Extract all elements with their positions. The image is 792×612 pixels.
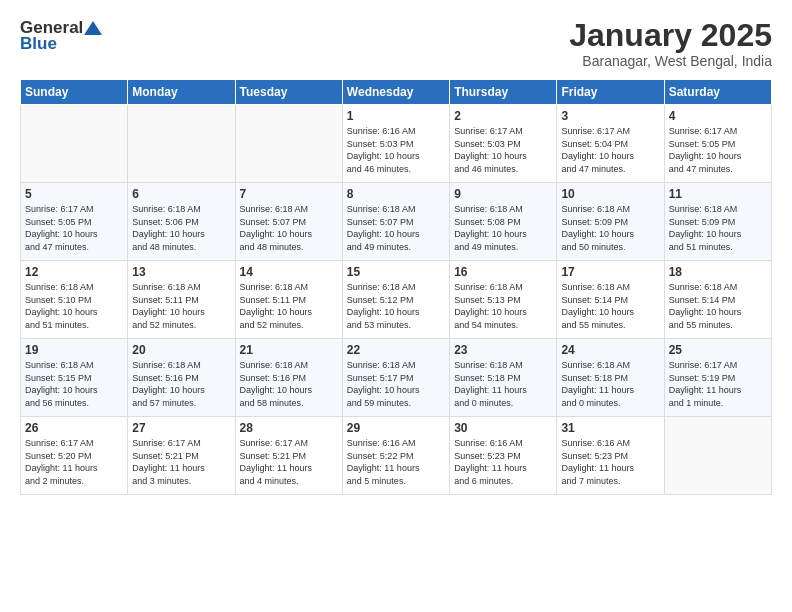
day-info: Sunrise: 6:18 AM Sunset: 5:16 PM Dayligh… [240, 359, 338, 409]
calendar-table: Sunday Monday Tuesday Wednesday Thursday… [20, 79, 772, 495]
day-info: Sunrise: 6:18 AM Sunset: 5:06 PM Dayligh… [132, 203, 230, 253]
day-info: Sunrise: 6:18 AM Sunset: 5:18 PM Dayligh… [454, 359, 552, 409]
calendar-body: 1Sunrise: 6:16 AM Sunset: 5:03 PM Daylig… [21, 105, 772, 495]
day-number: 1 [347, 109, 445, 123]
col-thursday: Thursday [450, 80, 557, 105]
day-cell: 21Sunrise: 6:18 AM Sunset: 5:16 PM Dayli… [235, 339, 342, 417]
day-cell [128, 105, 235, 183]
day-info: Sunrise: 6:16 AM Sunset: 5:03 PM Dayligh… [347, 125, 445, 175]
day-number: 24 [561, 343, 659, 357]
day-number: 11 [669, 187, 767, 201]
day-cell: 16Sunrise: 6:18 AM Sunset: 5:13 PM Dayli… [450, 261, 557, 339]
logo-icon [84, 19, 102, 37]
day-info: Sunrise: 6:17 AM Sunset: 5:03 PM Dayligh… [454, 125, 552, 175]
day-info: Sunrise: 6:17 AM Sunset: 5:21 PM Dayligh… [240, 437, 338, 487]
day-info: Sunrise: 6:18 AM Sunset: 5:14 PM Dayligh… [561, 281, 659, 331]
day-number: 16 [454, 265, 552, 279]
day-cell: 13Sunrise: 6:18 AM Sunset: 5:11 PM Dayli… [128, 261, 235, 339]
day-number: 26 [25, 421, 123, 435]
location: Baranagar, West Bengal, India [569, 53, 772, 69]
day-info: Sunrise: 6:16 AM Sunset: 5:23 PM Dayligh… [561, 437, 659, 487]
day-number: 29 [347, 421, 445, 435]
day-cell [235, 105, 342, 183]
day-info: Sunrise: 6:18 AM Sunset: 5:09 PM Dayligh… [561, 203, 659, 253]
day-cell: 14Sunrise: 6:18 AM Sunset: 5:11 PM Dayli… [235, 261, 342, 339]
day-cell: 6Sunrise: 6:18 AM Sunset: 5:06 PM Daylig… [128, 183, 235, 261]
day-number: 14 [240, 265, 338, 279]
day-number: 17 [561, 265, 659, 279]
svg-marker-0 [84, 21, 102, 35]
day-cell: 20Sunrise: 6:18 AM Sunset: 5:16 PM Dayli… [128, 339, 235, 417]
day-cell: 19Sunrise: 6:18 AM Sunset: 5:15 PM Dayli… [21, 339, 128, 417]
header: General Blue January 2025 Baranagar, Wes… [20, 18, 772, 69]
header-row: Sunday Monday Tuesday Wednesday Thursday… [21, 80, 772, 105]
col-sunday: Sunday [21, 80, 128, 105]
day-number: 8 [347, 187, 445, 201]
day-cell: 23Sunrise: 6:18 AM Sunset: 5:18 PM Dayli… [450, 339, 557, 417]
day-info: Sunrise: 6:16 AM Sunset: 5:22 PM Dayligh… [347, 437, 445, 487]
day-info: Sunrise: 6:18 AM Sunset: 5:09 PM Dayligh… [669, 203, 767, 253]
day-cell: 1Sunrise: 6:16 AM Sunset: 5:03 PM Daylig… [342, 105, 449, 183]
day-cell: 29Sunrise: 6:16 AM Sunset: 5:22 PM Dayli… [342, 417, 449, 495]
day-cell: 18Sunrise: 6:18 AM Sunset: 5:14 PM Dayli… [664, 261, 771, 339]
day-info: Sunrise: 6:16 AM Sunset: 5:23 PM Dayligh… [454, 437, 552, 487]
day-number: 9 [454, 187, 552, 201]
week-row-5: 26Sunrise: 6:17 AM Sunset: 5:20 PM Dayli… [21, 417, 772, 495]
month-title: January 2025 [569, 18, 772, 53]
day-info: Sunrise: 6:18 AM Sunset: 5:17 PM Dayligh… [347, 359, 445, 409]
col-friday: Friday [557, 80, 664, 105]
col-wednesday: Wednesday [342, 80, 449, 105]
day-info: Sunrise: 6:17 AM Sunset: 5:20 PM Dayligh… [25, 437, 123, 487]
day-number: 13 [132, 265, 230, 279]
day-cell: 27Sunrise: 6:17 AM Sunset: 5:21 PM Dayli… [128, 417, 235, 495]
day-number: 4 [669, 109, 767, 123]
day-number: 7 [240, 187, 338, 201]
day-info: Sunrise: 6:17 AM Sunset: 5:04 PM Dayligh… [561, 125, 659, 175]
day-info: Sunrise: 6:17 AM Sunset: 5:19 PM Dayligh… [669, 359, 767, 409]
day-info: Sunrise: 6:18 AM Sunset: 5:14 PM Dayligh… [669, 281, 767, 331]
logo: General Blue [20, 18, 103, 54]
day-number: 27 [132, 421, 230, 435]
day-info: Sunrise: 6:18 AM Sunset: 5:11 PM Dayligh… [240, 281, 338, 331]
day-cell: 28Sunrise: 6:17 AM Sunset: 5:21 PM Dayli… [235, 417, 342, 495]
day-info: Sunrise: 6:18 AM Sunset: 5:07 PM Dayligh… [240, 203, 338, 253]
day-cell: 17Sunrise: 6:18 AM Sunset: 5:14 PM Dayli… [557, 261, 664, 339]
day-info: Sunrise: 6:18 AM Sunset: 5:10 PM Dayligh… [25, 281, 123, 331]
day-cell: 15Sunrise: 6:18 AM Sunset: 5:12 PM Dayli… [342, 261, 449, 339]
day-cell: 5Sunrise: 6:17 AM Sunset: 5:05 PM Daylig… [21, 183, 128, 261]
day-info: Sunrise: 6:18 AM Sunset: 5:16 PM Dayligh… [132, 359, 230, 409]
day-info: Sunrise: 6:17 AM Sunset: 5:21 PM Dayligh… [132, 437, 230, 487]
day-number: 12 [25, 265, 123, 279]
week-row-1: 1Sunrise: 6:16 AM Sunset: 5:03 PM Daylig… [21, 105, 772, 183]
day-cell: 12Sunrise: 6:18 AM Sunset: 5:10 PM Dayli… [21, 261, 128, 339]
week-row-3: 12Sunrise: 6:18 AM Sunset: 5:10 PM Dayli… [21, 261, 772, 339]
day-number: 25 [669, 343, 767, 357]
day-number: 10 [561, 187, 659, 201]
day-number: 6 [132, 187, 230, 201]
day-number: 22 [347, 343, 445, 357]
day-number: 28 [240, 421, 338, 435]
day-cell [21, 105, 128, 183]
logo-blue-text: Blue [20, 34, 57, 54]
day-info: Sunrise: 6:18 AM Sunset: 5:08 PM Dayligh… [454, 203, 552, 253]
day-cell: 4Sunrise: 6:17 AM Sunset: 5:05 PM Daylig… [664, 105, 771, 183]
day-number: 31 [561, 421, 659, 435]
day-cell: 11Sunrise: 6:18 AM Sunset: 5:09 PM Dayli… [664, 183, 771, 261]
day-number: 2 [454, 109, 552, 123]
day-number: 18 [669, 265, 767, 279]
day-info: Sunrise: 6:18 AM Sunset: 5:18 PM Dayligh… [561, 359, 659, 409]
week-row-4: 19Sunrise: 6:18 AM Sunset: 5:15 PM Dayli… [21, 339, 772, 417]
day-cell: 7Sunrise: 6:18 AM Sunset: 5:07 PM Daylig… [235, 183, 342, 261]
col-saturday: Saturday [664, 80, 771, 105]
page-container: General Blue January 2025 Baranagar, Wes… [0, 0, 792, 505]
day-cell: 2Sunrise: 6:17 AM Sunset: 5:03 PM Daylig… [450, 105, 557, 183]
day-info: Sunrise: 6:18 AM Sunset: 5:15 PM Dayligh… [25, 359, 123, 409]
day-number: 19 [25, 343, 123, 357]
day-cell: 25Sunrise: 6:17 AM Sunset: 5:19 PM Dayli… [664, 339, 771, 417]
day-number: 30 [454, 421, 552, 435]
day-cell: 24Sunrise: 6:18 AM Sunset: 5:18 PM Dayli… [557, 339, 664, 417]
col-tuesday: Tuesday [235, 80, 342, 105]
col-monday: Monday [128, 80, 235, 105]
day-cell: 22Sunrise: 6:18 AM Sunset: 5:17 PM Dayli… [342, 339, 449, 417]
day-cell: 26Sunrise: 6:17 AM Sunset: 5:20 PM Dayli… [21, 417, 128, 495]
